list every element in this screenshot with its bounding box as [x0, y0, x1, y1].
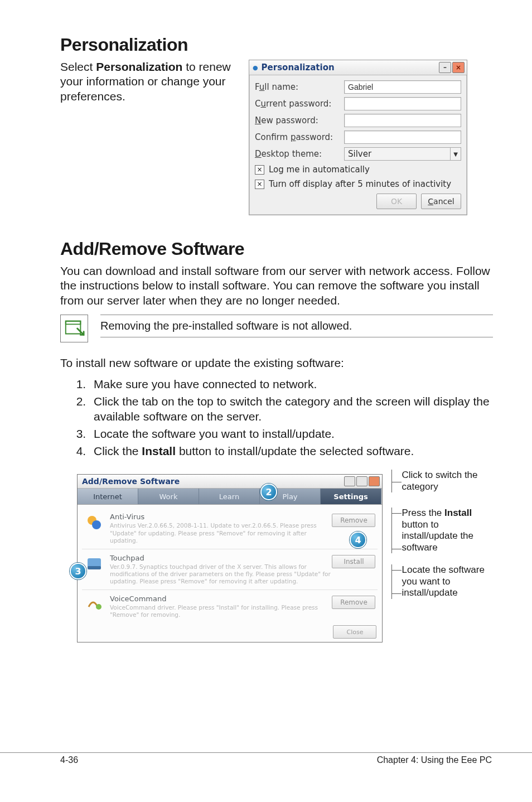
package-row-voicecommand: VoiceCommand VoiceCommand driver. Please…: [82, 590, 378, 623]
select-desktop-theme[interactable]: Silver ▼: [344, 147, 461, 161]
annot-category: Click to switch the category: [402, 470, 477, 491]
label-desktop-theme: Desktop theme:: [255, 149, 344, 159]
heading-add-remove: Add/Remove Software: [60, 239, 493, 259]
antivirus-icon: [84, 513, 104, 533]
text: Click the: [94, 445, 142, 457]
button-label: Cancel: [428, 197, 454, 206]
dialog-titlebar[interactable]: ● Personalization – ×: [249, 60, 467, 75]
annot-install: Press the Install button to install/upda…: [402, 508, 473, 552]
remove-button[interactable]: Remove: [332, 514, 375, 527]
package-desc: VoiceCommand driver. Please press "Insta…: [110, 604, 332, 619]
package-desc: Ver.0.9.7. Synaptics touchpad driver of …: [110, 563, 332, 585]
checkbox-icon: ×: [255, 180, 264, 189]
note-icon: [60, 315, 88, 342]
tab-work[interactable]: Work: [138, 489, 199, 504]
ar-tabs: Internet Work Learn Play Settings: [78, 489, 382, 505]
step-2: Click the tab on the top to switch the c…: [89, 394, 493, 424]
install-button[interactable]: Install: [332, 555, 375, 568]
ar-title: Add/Remove Software: [82, 477, 180, 486]
checkbox-log-me-in[interactable]: × Log me in automatically: [255, 162, 461, 177]
chevron-down-icon: ▼: [450, 148, 461, 160]
field-full-name: Full name:: [255, 79, 461, 95]
remove-button[interactable]: Remove: [332, 596, 375, 609]
cancel-button[interactable]: Cancel: [421, 194, 461, 209]
voice-icon: [84, 595, 104, 615]
input-full-name[interactable]: [344, 80, 461, 94]
package-row-antivirus: Anti-Virus Antivirus Ver.2.0.66.5, 2008-…: [82, 508, 378, 549]
personalization-row: Select Personalization to renew your inf…: [60, 60, 493, 215]
note-box: Removing the pre-installed software is n…: [60, 315, 493, 342]
dialog-body: Full name: Current password: New passwor…: [249, 75, 467, 215]
label-new-password: New password:: [255, 115, 344, 125]
label-confirm-password: Confirm password:: [255, 132, 344, 142]
package-desc: Antivirus Ver.2.0.66.5, 2008-1-11. Updat…: [110, 522, 332, 544]
ok-button[interactable]: OK: [376, 194, 417, 209]
dialog-add-remove: Add/Remove Software Internet Work Learn …: [77, 474, 383, 642]
text: button to install/update the selected so…: [176, 445, 414, 457]
input-current-password[interactable]: [344, 97, 461, 110]
field-desktop-theme: Desktop theme: Silver ▼: [255, 146, 461, 162]
annot-locate: Locate the software you want to install/…: [402, 564, 484, 598]
svg-point-4: [96, 604, 101, 610]
input-confirm-password[interactable]: [344, 131, 461, 144]
ar-titlebar[interactable]: Add/Remove Software: [78, 475, 382, 489]
checkbox-label: Turn off display after 5 minutes of inac…: [269, 179, 451, 189]
package-name: Anti-Virus: [110, 513, 332, 521]
minus-icon: –: [443, 64, 447, 71]
close-button[interactable]: ×: [452, 62, 465, 73]
close-button[interactable]: [369, 476, 380, 486]
field-new-password: New password:: [255, 112, 461, 129]
tab-learn[interactable]: Learn: [199, 489, 260, 504]
checkbox-label: Log me in automatically: [269, 165, 370, 175]
text-bold: Personalization: [96, 60, 182, 73]
svg-rect-3: [88, 566, 101, 569]
step-1: Make sure you have connected to network.: [89, 377, 493, 392]
text-bold: Install: [142, 445, 176, 457]
step-4: Click the Install button to install/upda…: [89, 444, 493, 459]
page-footer: 4-36 Chapter 4: Using the Eee PC: [0, 752, 532, 765]
field-current-password: Current password:: [255, 95, 461, 112]
button-label: OK: [391, 197, 402, 206]
footer-page-number: 4-36: [60, 755, 78, 765]
minimize-button[interactable]: [344, 476, 355, 486]
maximize-button[interactable]: [356, 476, 367, 486]
footer-chapter: Chapter 4: Using the Eee PC: [377, 755, 492, 765]
close-dialog-button[interactable]: Close: [333, 625, 376, 639]
package-name: VoiceCommand: [110, 595, 332, 603]
text: Select: [60, 60, 96, 73]
svg-point-1: [92, 520, 101, 529]
steps-list: Make sure you have connected to network.…: [60, 377, 493, 458]
note-text: Removing the pre-installed software is n…: [100, 315, 493, 337]
heading-personalization: Personalization: [60, 35, 493, 55]
select-value: Silver: [345, 149, 450, 159]
package-name: Touchpad: [110, 554, 332, 562]
tab-settings[interactable]: Settings: [321, 489, 381, 504]
steps-intro: To install new software or update the ex…: [60, 356, 493, 370]
label-full-name: Full name:: [255, 82, 344, 92]
ar-content: Anti-Virus Antivirus Ver.2.0.66.5, 2008-…: [78, 505, 382, 642]
dialog-personalization: ● Personalization – × Full name: Current…: [249, 60, 467, 215]
field-confirm-password: Confirm password:: [255, 129, 461, 146]
package-row-touchpad: Touchpad Ver.0.9.7. Synaptics touchpad d…: [82, 549, 378, 590]
personalization-body: Select Personalization to renew your inf…: [60, 60, 238, 104]
label-current-password: Current password:: [255, 99, 344, 109]
checkbox-icon: ×: [255, 165, 264, 175]
input-new-password[interactable]: [344, 114, 461, 127]
title-dot-icon: ●: [253, 64, 258, 71]
touchpad-icon: [84, 554, 104, 574]
close-icon: ×: [456, 64, 461, 71]
checkbox-turn-off-display[interactable]: × Turn off display after 5 minutes of in…: [255, 177, 461, 191]
add-remove-body: You can download and install software fr…: [60, 264, 493, 308]
tab-internet[interactable]: Internet: [78, 489, 138, 504]
dialog-title: Personalization: [262, 62, 335, 73]
minimize-button[interactable]: –: [439, 62, 451, 73]
step-3: Locate the software you want to install/…: [89, 427, 493, 442]
